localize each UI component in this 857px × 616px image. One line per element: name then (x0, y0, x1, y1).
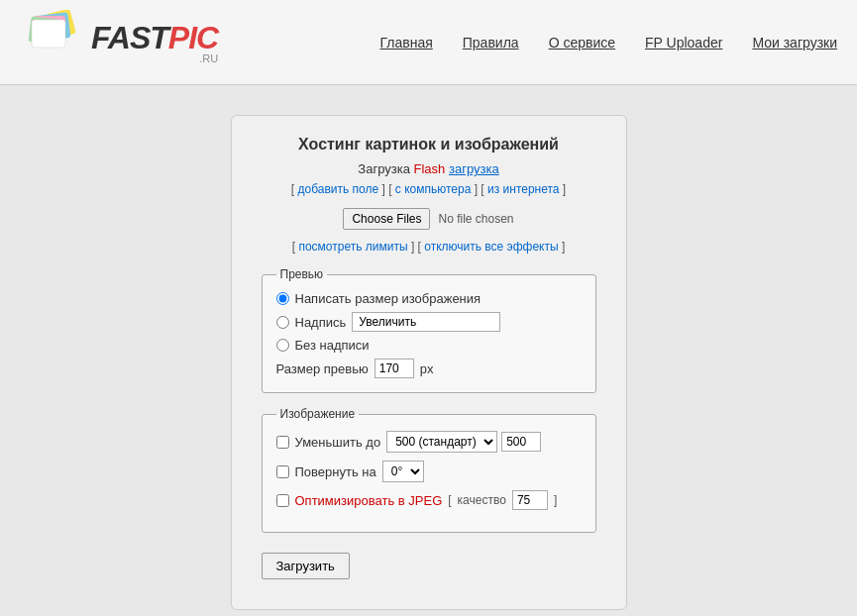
rotate-dropdown-wrap: 0° (382, 461, 424, 482)
resize-row: Уменьшить до 500 (стандарт) (276, 431, 582, 453)
image-legend: Изображение (276, 407, 360, 421)
optimize-checkbox[interactable] (276, 494, 289, 507)
nav-rules[interactable]: Правила (463, 35, 519, 51)
upload-title: Хостинг картинок и изображений (262, 136, 596, 154)
nav-myuploads[interactable]: Мои загрузки (752, 35, 837, 51)
preview-option1-row: Написать размер изображения (276, 291, 582, 306)
rotate-row: Повернуть на 0° (276, 461, 582, 482)
logo-icon (20, 10, 89, 74)
svg-rect-4 (32, 20, 65, 48)
logo-area: FAST PIC .RU (20, 10, 218, 74)
quality-input[interactable] (512, 490, 548, 510)
choose-files-button[interactable]: Choose Files (343, 208, 430, 230)
quality-label: качество (458, 493, 506, 507)
disable-effects-link[interactable]: отключить все эффекты (424, 240, 558, 254)
subtitle-flash: Flash (414, 161, 446, 176)
from-computer-link[interactable]: с компьютера (395, 182, 472, 196)
preview-size-row: Размер превью px (276, 359, 582, 378)
preview-option2-row: Надпись (276, 312, 582, 332)
resize-checkbox[interactable] (276, 436, 289, 449)
resize-input[interactable] (501, 432, 541, 452)
resize-select[interactable]: 500 (стандарт) (386, 431, 497, 453)
subtitle-link[interactable]: загрузка (449, 161, 499, 176)
logo-text: FAST PIC .RU (91, 20, 218, 64)
preview-option1-label: Написать размер изображения (295, 291, 482, 306)
resize-label: Уменьшить до (295, 435, 381, 450)
limits-row: [ посмотреть лимиты ] [ отключить все эф… (262, 240, 596, 254)
preview-option3-radio[interactable] (276, 339, 289, 352)
logo-pic: PIC (168, 20, 218, 56)
preview-option3-row: Без надписи (276, 338, 582, 353)
preview-option1-radio[interactable] (276, 292, 289, 305)
file-input-row: Choose Files No file chosen (262, 208, 596, 230)
view-limits-link[interactable]: посмотреть лимиты (298, 240, 407, 254)
preview-size-unit: px (420, 361, 434, 376)
preview-size-input[interactable] (375, 359, 414, 378)
upload-links: [ добавить поле ] [ с компьютера ] [ из … (262, 182, 596, 196)
header: FAST PIC .RU Главная Правила О сервисе F… (0, 0, 857, 85)
no-file-text: No file chosen (438, 212, 513, 226)
rotate-label: Повернуть на (295, 464, 376, 479)
rotate-checkbox[interactable] (276, 465, 289, 478)
upload-subtitle: Загрузка Flash загрузка (262, 161, 596, 176)
rotate-select[interactable]: 0° (382, 461, 424, 482)
optimize-label: Оптимизировать в JPEG (295, 493, 443, 508)
subtitle-prefix: Загрузка (358, 161, 413, 176)
resize-dropdown-wrap: 500 (стандарт) (386, 431, 541, 453)
submit-button[interactable]: Загрузить (262, 553, 350, 579)
nav-uploader[interactable]: FP Uploader (645, 35, 722, 51)
optimize-row: Оптимизировать в JPEG [ качество ] (276, 490, 582, 510)
quality-bracket-open: [ (448, 493, 451, 507)
logo-fast: FAST (91, 20, 168, 56)
preview-option2-label: Надпись (295, 315, 347, 330)
upload-box: Хостинг картинок и изображений Загрузка … (231, 115, 627, 610)
from-internet-link[interactable]: из интернета (487, 182, 560, 196)
nadpis-input[interactable] (352, 312, 500, 332)
preview-size-label: Размер превью (276, 361, 369, 376)
preview-option2-radio[interactable] (276, 316, 289, 329)
image-section: Изображение Уменьшить до 500 (стандарт) … (262, 407, 596, 533)
preview-legend: Превью (276, 267, 328, 281)
preview-option3-label: Без надписи (295, 338, 370, 353)
main-content: Хостинг картинок и изображений Загрузка … (0, 85, 857, 616)
main-nav: Главная Правила О сервисе FP Uploader Мо… (379, 35, 837, 51)
nav-about[interactable]: О сервисе (549, 35, 615, 51)
add-field-link[interactable]: добавить поле (297, 182, 378, 196)
quality-bracket-close: ] (554, 493, 557, 507)
preview-section: Превью Написать размер изображения Надпи… (262, 267, 596, 393)
nav-home[interactable]: Главная (379, 35, 432, 51)
